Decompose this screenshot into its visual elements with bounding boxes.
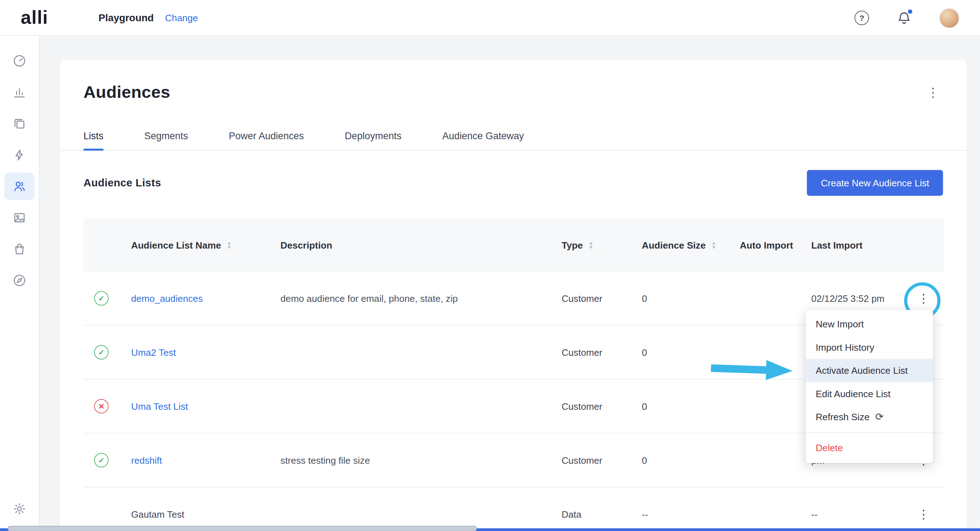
- tab-segments[interactable]: Segments: [144, 122, 188, 149]
- sidebar-item-analytics[interactable]: [4, 78, 35, 106]
- audience-list-name: Gautam Test: [131, 509, 280, 520]
- gear-icon: [13, 502, 26, 515]
- menu-item-activate-audience-list[interactable]: Activate Audience List: [805, 359, 933, 382]
- audience-list-name-link[interactable]: Uma2 Test: [131, 347, 280, 358]
- change-workspace-link[interactable]: Change: [165, 13, 198, 23]
- sidebar-item-commerce[interactable]: [4, 235, 35, 263]
- lightning-icon: [13, 148, 26, 162]
- sidebar-item-audiences[interactable]: [4, 173, 35, 200]
- sidebar: [0, 36, 40, 531]
- row-kebab-menu-button[interactable]: ⋮: [913, 289, 935, 308]
- audience-list-name-link[interactable]: redshift: [131, 455, 280, 466]
- sidebar-item-dashboard[interactable]: [4, 47, 35, 75]
- workspace-name: Playground: [99, 12, 154, 23]
- audience-size: 0: [642, 398, 740, 414]
- bar-chart-icon: [13, 85, 26, 99]
- header-last-import: Last Import: [811, 238, 904, 252]
- section-title: Audience Lists: [83, 176, 161, 189]
- page-title: Audiences: [83, 83, 170, 102]
- sort-down-icon: ▼: [227, 245, 232, 249]
- sidebar-item-creative[interactable]: [4, 204, 35, 232]
- audience-list-type: Customer: [562, 344, 642, 360]
- tab-bar: Lists Segments Power Audiences Deploymen…: [60, 122, 967, 150]
- sidebar-item-discover[interactable]: [4, 267, 35, 294]
- app-root: alli Playground Change ?: [0, 0, 980, 531]
- audience-list-type: Customer: [562, 290, 642, 306]
- audience-list-description: stress testing file size: [281, 455, 562, 466]
- card-header: Audiences ⋮: [83, 60, 943, 104]
- sort-control-size[interactable]: ▲ ▼: [711, 241, 716, 249]
- help-icon[interactable]: ?: [854, 11, 869, 25]
- workspace-switcher: Playground Change: [99, 0, 198, 36]
- status-success-icon: ✓: [94, 291, 109, 305]
- sidebar-item-reports[interactable]: [4, 110, 35, 137]
- last-import: --: [811, 506, 904, 522]
- brand-logo[interactable]: alli: [21, 7, 48, 28]
- page-kebab-menu-button[interactable]: ⋮: [923, 84, 943, 100]
- shopping-bag-icon: [13, 242, 26, 256]
- audience-size: 0: [642, 344, 740, 360]
- tab-power-audiences[interactable]: Power Audiences: [229, 122, 304, 149]
- create-new-audience-list-button[interactable]: Create New Audience List: [807, 170, 943, 196]
- table-row: Gautam Test Data -- -- ⋮: [83, 488, 943, 531]
- tab-lists[interactable]: Lists: [83, 122, 103, 149]
- audience-size: --: [642, 506, 740, 522]
- sort-control-type[interactable]: ▲ ▼: [589, 241, 593, 249]
- notification-dot: [907, 8, 913, 15]
- menu-item-edit-audience-list[interactable]: Edit Audience List: [805, 382, 933, 405]
- sidebar-item-automation[interactable]: [4, 141, 35, 169]
- last-import: 02/12/25 3:52 pm: [811, 290, 904, 306]
- refresh-icon: ⟳: [875, 411, 884, 423]
- section-header: Audience Lists Create New Audience List: [83, 170, 943, 196]
- sort-down-icon: ▼: [589, 245, 593, 249]
- status-success-icon: ✓: [94, 345, 109, 359]
- audience-list-description: demo audience for email, phone, state, z…: [281, 293, 562, 304]
- menu-item-import-history[interactable]: Import History: [805, 335, 933, 359]
- tab-audience-gateway[interactable]: Audience Gateway: [442, 122, 524, 149]
- row-kebab-menu-button[interactable]: ⋮: [913, 504, 935, 524]
- header-audience-size: Audience Size ▲ ▼: [642, 238, 740, 252]
- status-success-icon: ✓: [94, 453, 109, 467]
- horizontal-scrollbar-thumb[interactable]: [8, 526, 477, 531]
- copy-icon: [13, 116, 26, 130]
- sidebar-item-settings[interactable]: [4, 495, 35, 523]
- header-type: Type ▲ ▼: [562, 238, 642, 252]
- notifications-button[interactable]: [897, 10, 912, 25]
- status-error-icon: ✕: [94, 399, 109, 413]
- row-context-menu: New Import Import History Activate Audie…: [805, 310, 933, 463]
- user-avatar[interactable]: [939, 8, 959, 28]
- sort-down-icon: ▼: [711, 245, 716, 249]
- audience-list-type: Customer: [562, 452, 642, 468]
- image-icon: [13, 211, 26, 224]
- header-auto-import: Auto Import: [740, 238, 811, 252]
- audience-size: 0: [642, 290, 740, 306]
- audience-list-type: Data: [562, 506, 642, 522]
- header-name: Audience List Name ▲ ▼: [131, 238, 280, 252]
- menu-item-delete[interactable]: Delete: [805, 436, 933, 459]
- menu-item-new-import[interactable]: New Import: [805, 313, 933, 336]
- topbar-actions: ?: [854, 0, 959, 36]
- gauge-icon: [13, 54, 26, 68]
- sort-control-name[interactable]: ▲ ▼: [227, 241, 232, 249]
- table-header-row: Audience List Name ▲ ▼ Description Type …: [83, 218, 943, 272]
- users-icon: [13, 180, 26, 193]
- audience-size: 0: [642, 452, 740, 468]
- compass-icon: [13, 273, 26, 287]
- menu-item-refresh-size[interactable]: Refresh Size ⟳: [805, 405, 933, 429]
- audience-list-name-link[interactable]: demo_audiences: [131, 293, 280, 304]
- audience-list-name-link[interactable]: Uma Test List: [131, 401, 280, 412]
- audience-list-type: Customer: [562, 398, 642, 414]
- tab-deployments[interactable]: Deployments: [345, 122, 401, 149]
- topbar: alli Playground Change ?: [0, 0, 980, 36]
- header-description: Description: [281, 238, 562, 252]
- menu-divider: [805, 432, 933, 433]
